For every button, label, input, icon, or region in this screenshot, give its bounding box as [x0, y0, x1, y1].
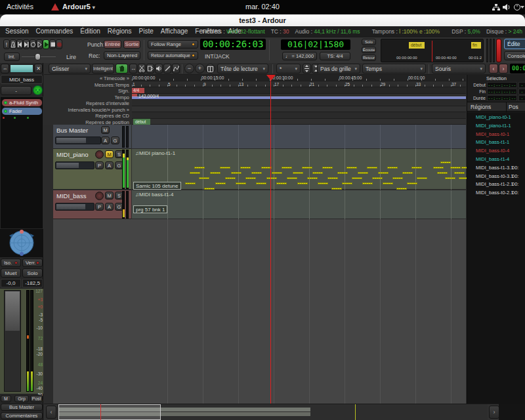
punch-out-button[interactable]: Sortie [123, 40, 140, 49]
ruler-row[interactable] [132, 106, 466, 113]
summary-view-rect[interactable] [58, 404, 161, 420]
midi-note[interactable] [251, 172, 262, 174]
tempo-button[interactable]: ♩ = 142,000 [282, 52, 317, 60]
edit-mode-dropdown[interactable]: Glisser▾ [49, 64, 91, 74]
record-enable-button[interactable] [95, 192, 104, 200]
window-title-bar[interactable]: test3 - Ardour [0, 14, 525, 26]
nudge-back-button[interactable]: ‹ [489, 64, 498, 74]
cut-tool-button[interactable] [138, 64, 146, 74]
rec-mode-button[interactable]: Non-Layered [104, 51, 140, 60]
midi-note[interactable] [367, 167, 377, 169]
ruler-row[interactable] [132, 119, 466, 125]
midi-note[interactable] [433, 167, 444, 169]
midi-note[interactable] [392, 177, 403, 179]
midi-note[interactable] [387, 167, 398, 169]
track-content-bus-master[interactable] [132, 125, 466, 149]
midi-note[interactable] [287, 177, 297, 179]
patch-change-label[interactable]: prg 57 bnk 1 [133, 205, 167, 213]
processor-fader[interactable]: Fader [2, 108, 42, 115]
note-length-dropdown[interactable]: *▾ [276, 64, 301, 74]
grid-dropdown[interactable]: Pas de grille▾ [317, 64, 360, 74]
position-marker-debut[interactable]: début [133, 119, 150, 125]
strip-hide-button[interactable]: ✕ [34, 64, 43, 74]
stop-button[interactable] [49, 39, 56, 49]
midi-note[interactable] [225, 177, 236, 179]
nudge-clock[interactable]: 00:0 [510, 64, 525, 74]
midi-note[interactable] [407, 182, 417, 184]
tempo-marker-label[interactable]: 142,000/4 [138, 94, 159, 98]
midi-input-icon[interactable] [33, 85, 43, 95]
strip-name-button[interactable]: MIDI_bass [1, 75, 43, 84]
midi-note[interactable] [346, 167, 357, 169]
processor-led[interactable] [4, 101, 7, 104]
grid-type-dropdown[interactable]: Temps▾ [362, 64, 426, 74]
zoom-in-button[interactable]: + [195, 64, 205, 74]
summary-canvas[interactable] [57, 404, 488, 420]
track-header-midi-piano[interactable]: MIDI_pianoMSPAG [53, 149, 131, 190]
midi-note[interactable] [440, 161, 451, 163]
processor-led[interactable] [4, 110, 7, 113]
playlist-button[interactable]: P [95, 161, 104, 169]
mute-button[interactable]: Muet [1, 268, 21, 278]
gain-fader[interactable] [4, 290, 21, 392]
midi-note[interactable] [372, 177, 383, 179]
midi-note[interactable] [190, 172, 200, 174]
patch-change-label[interactable]: Samic 105 detune [133, 182, 181, 190]
midi-note[interactable] [411, 167, 422, 169]
midi-note[interactable] [331, 188, 342, 190]
midi-note[interactable] [297, 182, 308, 184]
midi-note[interactable] [276, 182, 287, 184]
start-marker[interactable]: début [409, 42, 425, 49]
track-header-bus-master[interactable]: Bus MasterMAG [53, 125, 131, 149]
record-button[interactable] [56, 39, 62, 49]
zoom-fit-button[interactable] [205, 64, 215, 74]
listen-indicator[interactable]: Écoute [362, 47, 376, 53]
midi-note[interactable] [266, 177, 277, 179]
stretch-tool-button[interactable] [146, 64, 154, 74]
midi-note[interactable] [231, 172, 242, 174]
panner[interactable] [0, 229, 43, 257]
expand-tracks-button[interactable] [303, 64, 311, 74]
system-menu-arrow[interactable] [520, 6, 524, 9]
automation-button[interactable]: A [105, 161, 114, 169]
midi-note[interactable] [454, 172, 465, 174]
menu-affichage[interactable]: Affichage [161, 28, 188, 35]
midi-note[interactable] [445, 177, 455, 179]
primary-clock[interactable]: 00:00:26:03 [200, 39, 266, 50]
midi-note[interactable] [322, 167, 333, 169]
menu-régions[interactable]: Régions [108, 28, 132, 35]
midi-note[interactable] [450, 167, 461, 169]
goto-end-button[interactable] [23, 39, 30, 49]
midi-note[interactable] [282, 167, 292, 169]
ruler-row[interactable] [132, 87, 466, 94]
midi-note[interactable] [402, 172, 413, 174]
auto-return-button[interactable]: Retour automatique [148, 51, 198, 60]
rulers[interactable]: 00:00:00:0000:00:15:0000:00:30:0000:00:4… [132, 75, 466, 125]
canvas-empty[interactable] [53, 219, 466, 404]
range-tool-button[interactable]: ↔ [129, 64, 137, 74]
midi-note[interactable] [256, 182, 266, 184]
ruler-row[interactable] [132, 112, 466, 119]
zoom-focus-dropdown[interactable]: Tête de lecture▾ [217, 64, 268, 74]
loop-button[interactable] [30, 39, 36, 49]
audition-tool-button[interactable] [155, 64, 163, 74]
midi-note[interactable] [337, 172, 348, 174]
goto-start-button[interactable] [16, 39, 23, 49]
midi-note[interactable] [312, 172, 323, 174]
meter-button[interactable]: TS: 4/4 [320, 52, 350, 60]
shuttle-thumb[interactable] [35, 53, 41, 60]
playlist-button[interactable]: P [95, 203, 104, 211]
meter-point-button[interactable]: Post [30, 395, 43, 402]
processor-a-fluid-synth[interactable]: a-Fluid Synth [2, 99, 42, 106]
play-button[interactable] [43, 39, 49, 49]
draw-tool-button[interactable] [163, 64, 171, 74]
selection-clock[interactable]: --: [518, 82, 525, 88]
midi-note[interactable] [437, 172, 448, 174]
selection-clock[interactable]: --: [518, 95, 525, 101]
selection-clock[interactable]: --:--:--:-- [487, 82, 517, 88]
gain-display[interactable]: -0,0 [1, 279, 21, 287]
midi-note[interactable] [245, 177, 256, 179]
metering-button[interactable]: M [1, 395, 11, 402]
sync-source-button[interactable]: Int. [4, 52, 20, 61]
midi-note[interactable] [378, 172, 388, 174]
